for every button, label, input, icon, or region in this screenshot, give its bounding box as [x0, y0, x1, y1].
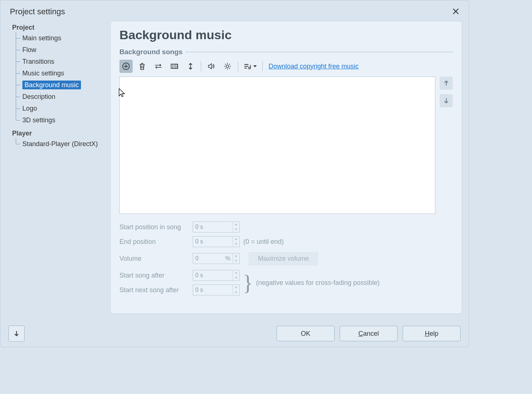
- start-after-input[interactable]: ▲▼: [193, 270, 240, 281]
- section-divider: [186, 52, 453, 52]
- svg-rect-1: [171, 64, 178, 68]
- maximize-volume-button[interactable]: Maximize volume: [248, 252, 318, 265]
- move-down-button[interactable]: [440, 94, 453, 107]
- cancel-button[interactable]: Cancel: [340, 326, 398, 341]
- sidebar-item-description[interactable]: Description: [16, 91, 107, 103]
- volume-unit: %: [225, 255, 233, 262]
- volume-field[interactable]: [193, 255, 225, 262]
- vertical-move-button[interactable]: [184, 60, 197, 73]
- chevron-down-icon: [253, 64, 257, 68]
- song-list[interactable]: [119, 77, 435, 214]
- stepper-up[interactable]: ▲: [233, 285, 239, 290]
- end-position-hint: (0 = until end): [243, 238, 284, 246]
- arrow-up-icon: [443, 79, 450, 87]
- playlist-icon: [243, 62, 251, 70]
- stepper-up[interactable]: ▲: [233, 237, 239, 242]
- keyboard-button[interactable]: [168, 60, 181, 73]
- arrow-down-icon: [13, 330, 20, 337]
- sidebar-item-background-music[interactable]: Background music: [16, 79, 107, 91]
- footer-collapse-button[interactable]: [8, 326, 25, 342]
- ok-button[interactable]: OK: [277, 326, 335, 341]
- start-next-input[interactable]: ▲▼: [193, 285, 240, 296]
- start-after-label: Start song after: [119, 272, 189, 279]
- sidebar: Project Main settings Flow Transitions M…: [11, 21, 110, 314]
- sidebar-item-label: Background music: [22, 81, 81, 89]
- start-position-input[interactable]: ▲▼: [193, 222, 240, 233]
- keyboard-icon: [170, 62, 179, 70]
- end-position-input[interactable]: ▲▼: [193, 236, 240, 247]
- speaker-icon: [207, 62, 215, 70]
- arrow-down-icon: [443, 97, 450, 104]
- close-icon: [452, 8, 459, 15]
- add-icon: [122, 62, 130, 70]
- swap-icon: [154, 62, 163, 70]
- sidebar-item-standard-player[interactable]: Standard-Player (DirectX): [16, 138, 107, 150]
- volume-button[interactable]: [205, 60, 218, 73]
- sidebar-item-main-settings[interactable]: Main settings: [16, 32, 107, 44]
- stepper-up[interactable]: ▲: [233, 253, 239, 259]
- move-up-button[interactable]: [440, 77, 453, 90]
- stepper-down[interactable]: ▼: [233, 275, 239, 280]
- stepper-down[interactable]: ▼: [233, 259, 239, 264]
- start-after-field[interactable]: [193, 272, 233, 279]
- sidebar-item-logo[interactable]: Logo: [16, 103, 107, 114]
- trash-icon: [138, 62, 146, 70]
- sidebar-item-label: Transitions: [22, 58, 54, 65]
- sidebar-item-label: Main settings: [22, 34, 61, 42]
- sidebar-item-3d-settings[interactable]: 3D settings: [16, 114, 107, 126]
- stepper-up[interactable]: ▲: [233, 270, 239, 275]
- toolbar-separator: [262, 61, 263, 71]
- brace-icon: }: [243, 272, 253, 294]
- stepper-up[interactable]: ▲: [233, 222, 239, 227]
- toolbar-separator: [238, 61, 238, 71]
- tree-group-player: Player: [12, 130, 107, 137]
- stepper-down[interactable]: ▼: [233, 242, 239, 247]
- start-position-label: Start position in song: [119, 223, 189, 231]
- sidebar-item-label: Description: [22, 93, 55, 100]
- svg-point-2: [226, 65, 229, 68]
- sidebar-item-label: Standard-Player (DirectX): [22, 140, 98, 148]
- swap-button[interactable]: [152, 60, 165, 73]
- volume-input[interactable]: % ▲▼: [193, 253, 240, 264]
- sidebar-item-flow[interactable]: Flow: [16, 44, 107, 56]
- volume-label: Volume: [119, 255, 189, 263]
- sidebar-item-label: Music settings: [22, 70, 64, 77]
- add-song-button[interactable]: [119, 60, 133, 73]
- sidebar-item-label: Flow: [22, 46, 36, 53]
- end-position-label: End position: [119, 238, 189, 246]
- sidebar-item-transitions[interactable]: Transitions: [16, 56, 107, 67]
- help-button[interactable]: Help: [403, 326, 461, 341]
- crossfade-hint: (negative values for cross-fading possib…: [256, 279, 380, 287]
- vertical-arrows-icon: [187, 62, 194, 70]
- stepper-down[interactable]: ▼: [233, 290, 239, 295]
- playlist-button[interactable]: [242, 60, 259, 73]
- delete-song-button[interactable]: [136, 60, 149, 73]
- svg-marker-4: [254, 66, 256, 67]
- page-title: Background music: [119, 28, 453, 42]
- stepper-down[interactable]: ▼: [233, 227, 239, 232]
- gear-icon: [223, 62, 232, 70]
- download-music-link[interactable]: Download copyright free music: [269, 63, 359, 70]
- settings-button[interactable]: [221, 60, 234, 73]
- main-panel: Background music Background songs: [110, 21, 462, 314]
- sidebar-item-label: Logo: [22, 105, 37, 112]
- start-position-field[interactable]: [193, 224, 233, 230]
- toolbar: Download copyright free music: [119, 60, 453, 73]
- toolbar-separator: [201, 61, 201, 71]
- sidebar-item-label: 3D settings: [22, 116, 55, 124]
- tree-group-project: Project: [12, 24, 107, 31]
- start-next-field[interactable]: [193, 287, 233, 293]
- section-label: Background songs: [119, 48, 182, 56]
- sidebar-item-music-settings[interactable]: Music settings: [16, 67, 107, 79]
- start-next-label: Start next song after: [119, 286, 189, 294]
- end-position-field[interactable]: [193, 238, 233, 245]
- close-button[interactable]: [450, 5, 462, 18]
- dialog-title: Project settings: [10, 7, 65, 16]
